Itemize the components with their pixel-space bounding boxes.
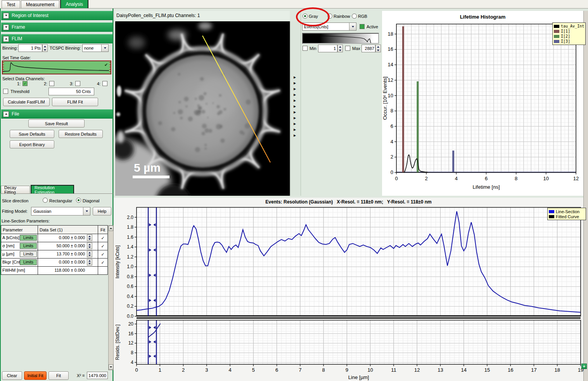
value-spinner[interactable] xyxy=(87,259,92,265)
radio-rectangular[interactable] xyxy=(43,198,48,203)
channel-checkbox-2[interactable] xyxy=(49,81,54,86)
section-header-region-of-interest[interactable]: Region of Interest xyxy=(1,11,112,20)
chevron-down-icon[interactable] xyxy=(3,13,9,19)
svg-text:0: 0 xyxy=(395,176,398,181)
radio-gray[interactable] xyxy=(303,14,308,19)
radio-rainbow[interactable] xyxy=(327,14,332,19)
display-source-value: Events[Cnts] xyxy=(303,24,349,29)
fit-cell[interactable]: ✓ xyxy=(98,242,107,250)
zoom-plus-icon[interactable]: + xyxy=(581,364,587,369)
save-defaults-button[interactable]: Save Defaults xyxy=(10,130,54,138)
threshold-checkbox[interactable] xyxy=(3,89,8,94)
arrow-right-icon[interactable]: ▶ xyxy=(294,81,296,85)
arrow-right-icon[interactable]: ▶ xyxy=(294,128,296,131)
scroll-up-icon[interactable] xyxy=(109,226,113,231)
value-spinner[interactable] xyxy=(87,234,92,241)
chevron-down-icon[interactable] xyxy=(101,45,108,52)
arrow-right-icon[interactable]: ▶ xyxy=(294,87,296,91)
flim-image[interactable]: 5 µm xyxy=(115,21,290,196)
arrow-right-icon[interactable]: ▶ xyxy=(294,105,296,108)
channel-checkbox-4[interactable] xyxy=(102,81,107,86)
calculate-fastflim-button[interactable]: Calculate FastFLIM xyxy=(3,98,50,106)
fit-cell[interactable]: ✓ xyxy=(98,250,107,258)
channel-checkbox-1[interactable]: ✓ xyxy=(22,81,28,86)
line-section-chart[interactable]: 0123456789101112131415161718190.00.20.40… xyxy=(114,198,583,381)
channel-checkbox-3[interactable] xyxy=(75,81,80,86)
fit-cell[interactable] xyxy=(98,267,107,274)
svg-text:11: 11 xyxy=(391,367,396,373)
arrow-right-icon[interactable]: ▶ xyxy=(294,110,296,114)
restore-defaults-button[interactable]: Restore Defaults xyxy=(59,130,103,138)
svg-text:0.2: 0.2 xyxy=(127,303,133,309)
min-checkbox[interactable] xyxy=(303,46,308,51)
arrow-right-icon[interactable]: ▶ xyxy=(294,99,296,102)
arrow-right-icon[interactable]: ▶ xyxy=(294,134,296,137)
svg-text:1.0: 1.0 xyxy=(127,264,133,269)
table-row: σ [nm]Limits50.000 ± 0.000✓ xyxy=(1,242,107,250)
param-cell: FWHM [nm] xyxy=(1,267,38,274)
value-cell: 13.700 ± 0.000 xyxy=(38,250,98,258)
tab-test[interactable]: Test xyxy=(2,0,20,8)
radio-rgb[interactable] xyxy=(352,14,357,19)
chevron-up-icon[interactable] xyxy=(3,36,9,42)
max-field[interactable]: 2887 xyxy=(361,45,375,52)
radio-label-gray: Gray xyxy=(309,14,318,19)
section-header-file[interactable]: File xyxy=(1,109,112,119)
legend-swatch xyxy=(554,35,559,38)
limits-button[interactable]: Limits xyxy=(20,243,37,249)
tab-decay-fitting[interactable]: Decay Fitting xyxy=(1,186,30,194)
min-field[interactable]: 1 xyxy=(318,45,337,52)
tab-measurement[interactable]: Measurement xyxy=(21,0,59,8)
radio-diagonal[interactable] xyxy=(76,198,81,203)
max-spinner[interactable] xyxy=(375,45,381,52)
threshold-field[interactable]: 50 Cnts xyxy=(48,88,94,95)
arrow-right-icon[interactable]: ▶ xyxy=(294,93,296,97)
splitter-arrow-strip[interactable]: ▶▶▶▶▶▶▶▶▶▶▶ xyxy=(290,21,301,196)
svg-text:14: 14 xyxy=(388,62,393,67)
chevron-down-icon[interactable] xyxy=(3,24,9,30)
tcspc-binning-select[interactable]: none xyxy=(82,44,109,52)
display-source-select[interactable]: Events[Cnts] xyxy=(302,22,356,31)
arrow-right-icon[interactable]: ▶ xyxy=(294,76,296,79)
fit-cell[interactable]: ✓ xyxy=(98,234,107,242)
intensity-histogram-strip[interactable] xyxy=(302,33,379,44)
scroll-down-icon[interactable] xyxy=(109,364,113,370)
flim-fit-button[interactable]: FLIM Fit xyxy=(52,98,98,106)
limits-button[interactable]: Limits xyxy=(20,235,37,241)
arrow-right-icon[interactable]: ▶ xyxy=(294,122,296,126)
chevron-down-icon[interactable] xyxy=(349,23,356,30)
table-scrollbar[interactable] xyxy=(108,225,114,370)
limits-button[interactable]: Limits xyxy=(20,251,37,257)
value-spinner[interactable] xyxy=(87,243,92,249)
fitting-model-select[interactable]: Gaussian xyxy=(31,207,90,215)
max-checkbox[interactable] xyxy=(345,46,350,51)
binning-spinner[interactable] xyxy=(42,44,48,52)
chevron-down-icon[interactable] xyxy=(83,207,90,215)
table-header-fit: Fit xyxy=(98,226,107,234)
svg-text:6: 6 xyxy=(391,123,393,129)
fit-cell[interactable]: ✓ xyxy=(98,259,107,266)
clear-button[interactable]: Clear xyxy=(2,371,22,380)
section-header-flim[interactable]: FLIM xyxy=(1,34,112,43)
svg-text:17: 17 xyxy=(531,367,536,373)
fit-button[interactable]: Fit xyxy=(48,371,69,380)
right-scrollbar-strip[interactable] xyxy=(583,11,588,381)
section-header-frame[interactable]: Frame xyxy=(1,22,112,32)
limits-button[interactable]: Limits xyxy=(20,259,37,265)
chevron-up-icon[interactable] xyxy=(3,111,9,117)
main-tabbar: TestMeasurementAnalysis xyxy=(0,0,588,9)
min-spinner[interactable] xyxy=(337,45,343,52)
export-binary-button[interactable]: Export Binary xyxy=(10,140,54,148)
line-xaxis-label: Line [µm] xyxy=(348,374,369,380)
arrow-right-icon[interactable]: ▶ xyxy=(294,116,296,120)
image-filename: DaisyPollen_cells_FLIM.ptu Channels: 1 xyxy=(115,11,290,21)
tab-analysis[interactable]: Analysis xyxy=(60,0,88,8)
time-gate-widget[interactable]: ✔ xyxy=(2,60,111,74)
initial-fit-button[interactable]: Initial Fit xyxy=(24,371,47,380)
save-result-button[interactable]: Save Result xyxy=(28,119,85,128)
value-spinner[interactable] xyxy=(87,251,92,257)
help-button[interactable]: Help xyxy=(93,207,111,215)
tab-resolution-estimation[interactable]: Resolution Estimation xyxy=(31,185,74,194)
binning-field[interactable]: 1 Pts xyxy=(18,44,42,52)
active-checkbox[interactable] xyxy=(360,24,365,29)
